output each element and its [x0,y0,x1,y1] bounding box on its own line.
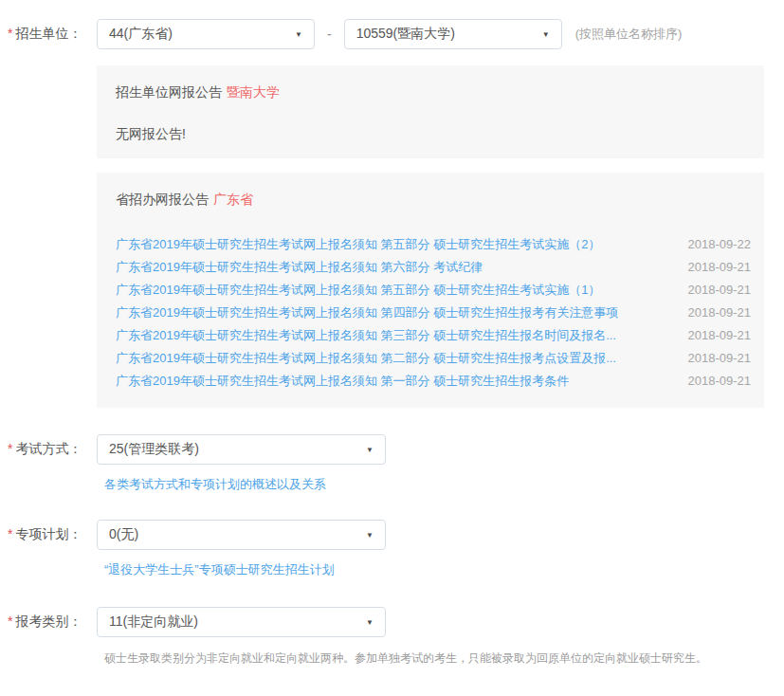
list-item: 广东省2019年硕士研究生招生考试网上报名须知 第五部分 硕士研究生招生考试实施… [116,279,751,302]
list-item: 广东省2019年硕士研究生招生考试网上报名须知 第一部分 硕士研究生招生报考条件… [116,370,751,393]
application-category-select[interactable]: 11(非定向就业) ▼ [97,607,386,637]
chevron-down-icon: ▼ [295,30,302,39]
chevron-down-icon: ▼ [366,446,374,454]
notice-list: 广东省2019年硕士研究生招生考试网上报名须知 第五部分 硕士研究生招生考试实施… [116,233,751,393]
notice-date: 2018-09-21 [688,324,752,347]
province-notice-title-text: 省招办网报公告 [116,192,209,207]
application-form-page: *招生单位： 44(广东省) ▼ - 10559(暨南大学) ▼ (按照单位名称… [0,0,784,696]
province-notice-panel: 省招办网报公告广东省 广东省2019年硕士研究生招生考试网上报名须知 第五部分 … [97,173,764,408]
sort-order-note: (按照单位名称排序) [575,26,683,43]
notice-date: 2018-09-21 [688,256,752,279]
notice-date: 2018-09-21 [688,370,752,393]
exam-method-label: *考试方式： [8,441,97,458]
required-asterisk: * [8,526,12,541]
notice-date: 2018-09-21 [688,279,752,302]
school-select-value: 10559(暨南大学) [356,26,455,43]
notice-date: 2018-09-21 [688,347,752,370]
province-notice-panel-title: 省招办网报公告广东省 [116,192,751,209]
special-plan-label: *专项计划： [8,526,97,543]
required-asterisk: * [8,441,12,456]
province-select-value: 44(广东省) [109,26,173,43]
special-plan-select[interactable]: 0(无) ▼ [97,520,386,550]
enrollment-unit-label-text: 招生单位： [15,26,82,41]
unit-notice-empty-text: 无网报公告! [116,126,751,143]
school-select[interactable]: 10559(暨南大学) ▼ [344,19,562,49]
application-category-row: *报考类别： 11(非定向就业) ▼ [0,607,784,637]
enrollment-unit-label: *招生单位： [8,26,97,43]
exam-method-label-text: 考试方式： [15,441,82,456]
list-item: 广东省2019年硕士研究生招生考试网上报名须知 第二部分 硕士研究生招生报考点设… [116,347,751,370]
exam-method-row: *考试方式： 25(管理类联考) ▼ [0,434,784,465]
enrollment-unit-row: *招生单位： 44(广东省) ▼ - 10559(暨南大学) ▼ (按照单位名称… [0,19,784,49]
notice-link[interactable]: 广东省2019年硕士研究生招生考试网上报名须知 第六部分 考试纪律 [116,256,483,279]
notice-link[interactable]: 广东省2019年硕士研究生招生考试网上报名须知 第三部分 硕士研究生招生报名时间… [116,324,616,347]
exam-method-select-value: 25(管理类联考) [109,441,199,458]
list-item: 广东省2019年硕士研究生招生考试网上报名须知 第五部分 硕士研究生招生考试实施… [116,233,751,256]
select-separator: - [327,27,332,42]
chevron-down-icon: ▼ [542,30,550,39]
notice-link[interactable]: 广东省2019年硕士研究生招生考试网上报名须知 第五部分 硕士研究生招生考试实施… [116,279,600,302]
unit-notice-title-text: 招生单位网报公告 [116,84,222,100]
application-category-hint: 硕士生录取类别分为非定向就业和定向就业两种。参加单独考试的考生，只能被录取为回原… [104,650,765,667]
notice-link[interactable]: 广东省2019年硕士研究生招生考试网上报名须知 第二部分 硕士研究生招生报考点设… [116,347,616,370]
list-item: 广东省2019年硕士研究生招生考试网上报名须知 第三部分 硕士研究生招生报名时间… [116,324,751,347]
notice-link[interactable]: 广东省2019年硕士研究生招生考试网上报名须知 第五部分 硕士研究生招生考试实施… [116,233,600,256]
special-plan-row: *专项计划： 0(无) ▼ [0,520,784,550]
notice-date: 2018-09-22 [688,233,752,256]
province-notice-highlight: 广东省 [213,192,253,207]
list-item: 广东省2019年硕士研究生招生考试网上报名须知 第六部分 考试纪律 2018-0… [116,256,751,279]
exam-method-select[interactable]: 25(管理类联考) ▼ [97,434,386,465]
province-select[interactable]: 44(广东省) ▼ [97,19,315,49]
notice-link[interactable]: 广东省2019年硕士研究生招生考试网上报名须知 第一部分 硕士研究生招生报考条件 [116,370,569,393]
unit-notice-highlight: 暨南大学 [227,84,280,100]
unit-notice-panel: 招生单位网报公告暨南大学 无网报公告! [97,65,764,158]
unit-notice-panel-title: 招生单位网报公告暨南大学 [116,84,751,101]
application-category-select-value: 11(非定向就业) [109,614,198,631]
special-plan-label-text: 专项计划： [15,526,82,541]
special-plan-select-value: 0(无) [109,526,138,543]
application-category-label: *报考类别： [8,614,97,631]
notice-date: 2018-09-21 [688,302,752,324]
required-asterisk: * [8,26,12,41]
special-plan-help-link[interactable]: “退役大学生士兵”专项硕士研究生招生计划 [104,561,335,578]
notice-link[interactable]: 广东省2019年硕士研究生招生考试网上报名须知 第四部分 硕士研究生招生报考有关… [116,302,618,324]
application-category-label-text: 报考类别： [15,614,82,629]
chevron-down-icon: ▼ [366,531,374,540]
list-item: 广东省2019年硕士研究生招生考试网上报名须知 第四部分 硕士研究生招生报考有关… [116,302,751,324]
required-asterisk: * [8,614,12,629]
chevron-down-icon: ▼ [366,618,374,627]
exam-method-help-link[interactable]: 各类考试方式和专项计划的概述以及关系 [104,476,326,493]
